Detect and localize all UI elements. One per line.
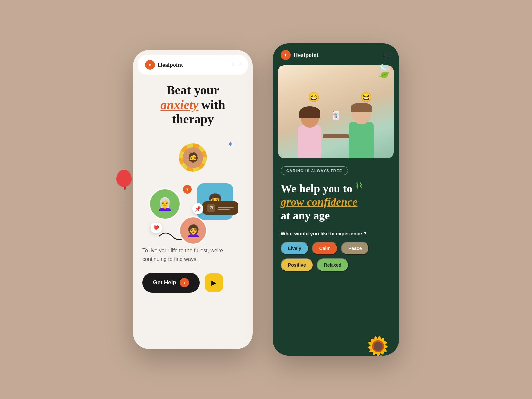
phone-dark: 🍃 ✦ Healpoint: [273, 43, 399, 356]
kids-photo: 😄 😆 🃏: [278, 65, 394, 158]
heart-bubble: ❤️: [151, 223, 162, 233]
tag-positive[interactable]: Positive: [281, 258, 313, 272]
balloon-decoration: [116, 170, 133, 190]
hamburger-menu-dark[interactable]: [384, 54, 391, 56]
tags-row: Lively Calm Peace Positive Relaxed: [281, 242, 391, 272]
logo-text-light: Healpoint: [158, 62, 183, 68]
hero-title-dark: We help you to ⌇⌇ grow confidence at any…: [281, 182, 391, 223]
tag-peace[interactable]: Peace: [341, 242, 369, 255]
buttons-row: Get Help › ▶: [142, 273, 243, 293]
tag-calm[interactable]: Calm: [312, 242, 338, 255]
hero-title-light: Beat your anxiety with therapy: [142, 83, 243, 127]
logo-icon-dark: ✦: [281, 50, 291, 60]
description-text: To live your life to the fullest, we're …: [142, 246, 243, 263]
girl-figure: [298, 108, 321, 158]
leaf-decoration: 🍃: [376, 63, 392, 79]
pin-icon: 📌: [192, 203, 203, 214]
avatars-collage: 🧔 ✦ 🧑‍🦱 ☑ 👩‍🦳 ♥: [142, 133, 243, 240]
table: [323, 134, 349, 138]
hamburger-menu-light[interactable]: [233, 64, 241, 66]
sunburst-ring: 🧔: [179, 143, 207, 172]
sunflower-decoration: 🌻: [363, 335, 392, 356]
tag-relaxed[interactable]: Relaxed: [317, 258, 349, 272]
task-lines: [218, 207, 234, 210]
laugh-right: 😆: [360, 92, 372, 103]
task-icon: ☑: [207, 204, 215, 212]
light-content: Beat your anxiety with therapy 🧔 ✦ 🧑‍🦱: [133, 75, 253, 303]
play-button[interactable]: ▶: [205, 273, 223, 292]
person-sunburst: 🧔: [183, 147, 203, 168]
logo-area-dark: ✦ Healpoint: [281, 50, 319, 60]
phone-light: ✦ Healpoint Beat your anxiety with thera…: [133, 50, 253, 349]
sparkle-top-right: ✦: [227, 140, 233, 149]
navbar-light: ✦ Healpoint: [138, 55, 248, 75]
boy-figure: [349, 104, 374, 158]
hero-photo: 😄 😆 🃏: [278, 65, 394, 158]
logo-area-light: ✦ Healpoint: [145, 60, 183, 70]
sunburst-decoration: 🧔: [179, 143, 207, 172]
card-hands: 🃏: [331, 111, 341, 120]
laugh-left: 😄: [308, 92, 320, 103]
get-help-button[interactable]: Get Help ›: [142, 273, 200, 293]
person-orange-circle: 👩‍🦱: [179, 216, 207, 245]
task-card: ☑: [202, 201, 238, 215]
heart-notification: ♥: [183, 185, 192, 194]
dark-content: CARING IS ALWAYS FREE We help you to ⌇⌇ …: [273, 158, 399, 280]
caring-badge: CARING IS ALWAYS FREE: [281, 166, 348, 175]
navbar-dark: ✦ Healpoint: [273, 43, 399, 65]
person-green-circle: 👩‍🦳: [149, 188, 181, 220]
logo-text-dark: Healpoint: [293, 52, 319, 59]
tag-lively[interactable]: Lively: [281, 242, 309, 255]
question-label: What would you like to experience ?: [281, 231, 391, 236]
logo-icon-light: ✦: [145, 60, 155, 70]
arrow-icon: ›: [180, 278, 189, 287]
